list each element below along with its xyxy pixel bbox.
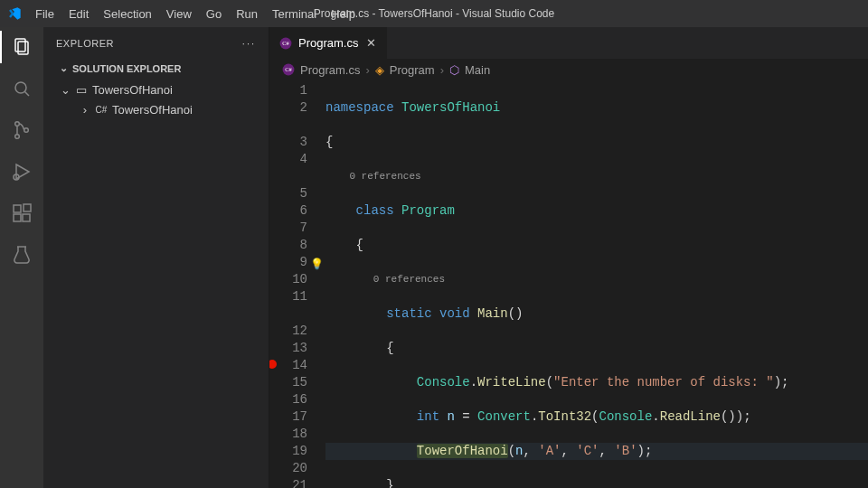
testing-icon[interactable] — [9, 242, 34, 267]
svg-point-6 — [24, 128, 29, 133]
sidebar: EXPLORER ··· ⌄ SOLUTION EXPLORER ⌄ ▭ Tow… — [43, 27, 269, 488]
svg-text:C#: C# — [285, 66, 292, 72]
class-icon: ◈ — [375, 63, 384, 77]
csharp-file-icon: C# — [278, 37, 293, 50]
svg-line-3 — [25, 92, 30, 97]
breadcrumb-class[interactable]: Program — [390, 63, 435, 77]
svg-text:C#: C# — [282, 40, 289, 46]
tree-child[interactable]: › C# TowersOfHanoi — [43, 99, 269, 119]
sidebar-section[interactable]: ⌄ SOLUTION EXPLORER — [43, 59, 269, 78]
svg-rect-10 — [14, 214, 21, 221]
chevron-down-icon: ⌄ — [58, 62, 69, 74]
tree-child-label: TowersOfHanoi — [112, 103, 193, 117]
breadcrumb-method[interactable]: Main — [465, 63, 490, 77]
chevron-right-icon: › — [440, 63, 444, 77]
codelens[interactable]: 0 references — [349, 171, 420, 182]
source-control-icon[interactable] — [9, 117, 34, 143]
breakpoint-icon[interactable] — [269, 360, 277, 369]
menu-terminal[interactable]: Terminal — [266, 4, 323, 24]
menu-selection[interactable]: Selection — [97, 4, 157, 24]
vscode-logo-icon — [7, 6, 22, 21]
line-number-gutter: 1 2 3 4 5 6 7 8 9💡 10 11 12 13 14 15 16 … — [269, 80, 326, 488]
menu-file[interactable]: File — [29, 4, 61, 24]
svg-marker-7 — [16, 164, 29, 179]
menu-bar: File Edit Selection View Go Run Terminal… — [29, 4, 362, 24]
tree-root-label: TowersOfHanoi — [92, 83, 173, 97]
sidebar-more-icon[interactable]: ··· — [242, 38, 256, 49]
svg-point-2 — [15, 82, 26, 93]
tab-program-cs[interactable]: C# Program.cs ✕ — [269, 27, 388, 59]
solution-icon: ▭ — [74, 83, 89, 97]
title-bar: File Edit Selection View Go Run Terminal… — [0, 0, 868, 27]
svg-rect-12 — [24, 204, 31, 211]
svg-point-18 — [269, 360, 277, 369]
explorer-icon[interactable] — [9, 34, 34, 60]
breadcrumb-file[interactable]: Program.cs — [300, 63, 360, 77]
svg-rect-9 — [14, 205, 21, 212]
tab-bar: C# Program.cs ✕ — [269, 27, 868, 59]
svg-point-5 — [15, 135, 20, 139]
menu-run[interactable]: Run — [230, 4, 264, 24]
chevron-right-icon: › — [80, 103, 90, 117]
search-icon[interactable] — [9, 76, 34, 101]
chevron-right-icon: › — [365, 63, 369, 77]
svg-point-4 — [15, 122, 20, 127]
tree: ⌄ ▭ TowersOfHanoi › C# TowersOfHanoi — [43, 78, 269, 121]
codelens[interactable]: 0 references — [373, 274, 445, 285]
menu-edit[interactable]: Edit — [62, 4, 95, 24]
svg-rect-0 — [15, 39, 25, 52]
method-icon: ⬡ — [449, 63, 459, 77]
menu-go[interactable]: Go — [200, 4, 228, 24]
svg-rect-11 — [23, 214, 30, 221]
tab-label: Program.cs — [298, 36, 358, 50]
editor-group: C# Program.cs ✕ C# Program.cs › ◈ Progra… — [269, 27, 868, 488]
lightbulb-icon[interactable]: 💡 — [310, 257, 324, 274]
activity-bar — [0, 27, 43, 488]
close-icon[interactable]: ✕ — [363, 36, 378, 50]
code-editor[interactable]: 1 2 3 4 5 6 7 8 9💡 10 11 12 13 14 15 16 … — [269, 80, 868, 488]
svg-rect-1 — [18, 42, 28, 54]
sidebar-title: EXPLORER — [56, 38, 114, 49]
csproj-icon: C# — [94, 105, 108, 115]
extensions-icon[interactable] — [9, 201, 34, 226]
breadcrumb[interactable]: C# Program.cs › ◈ Program › ⬡ Main — [269, 59, 868, 80]
menu-help[interactable]: Help — [325, 4, 362, 24]
code-content[interactable]: namespace TowersOfHanoi { 0 references c… — [326, 80, 868, 488]
menu-view[interactable]: View — [160, 4, 198, 24]
run-debug-icon[interactable] — [9, 159, 34, 184]
csharp-file-icon: C# — [282, 63, 295, 76]
section-label: SOLUTION EXPLORER — [72, 63, 181, 74]
tree-root[interactable]: ⌄ ▭ TowersOfHanoi — [43, 80, 269, 99]
chevron-down-icon: ⌄ — [60, 83, 71, 97]
